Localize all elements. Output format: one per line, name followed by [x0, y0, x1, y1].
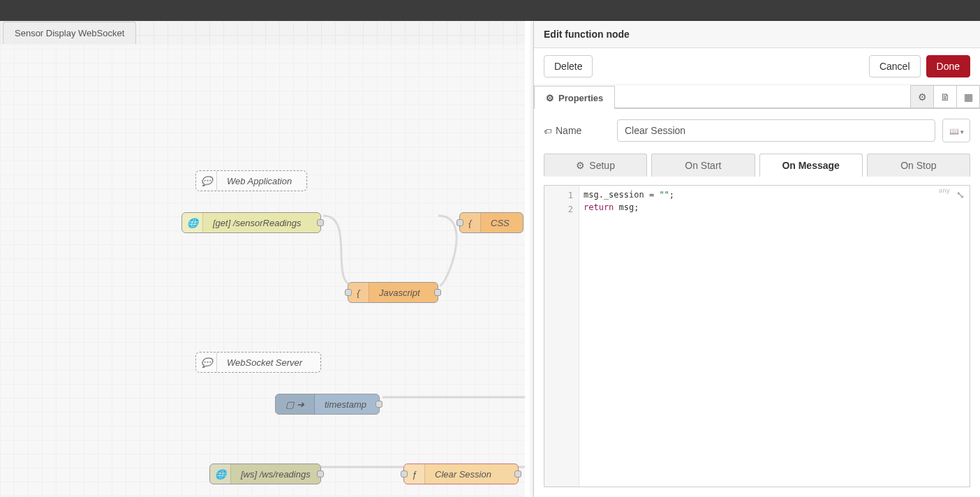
- tab-setup[interactable]: Setup: [544, 154, 647, 177]
- output-port[interactable]: [317, 219, 324, 226]
- node-http-in[interactable]: 🌐 [get] /sensorReadings: [181, 212, 321, 233]
- type-indicator: any: [939, 187, 950, 194]
- expand-editor-button[interactable]: [954, 188, 967, 201]
- node-ws-in[interactable]: 🌐 [ws] /ws/readings: [209, 463, 321, 484]
- edit-panel: Edit function node Delete Cancel Done Pr…: [533, 21, 980, 497]
- tab-on-stop[interactable]: On Stop: [867, 154, 970, 177]
- book-icon: [949, 125, 959, 136]
- input-port[interactable]: [456, 219, 463, 226]
- node-label: Web Application: [217, 176, 302, 186]
- name-label: Name: [544, 125, 610, 136]
- appearance-icon-button[interactable]: [956, 85, 980, 108]
- node-css[interactable]: { CSS: [459, 212, 524, 233]
- doc-icon: [940, 91, 950, 103]
- expand-icon: [956, 189, 965, 200]
- line-number: 1: [544, 188, 579, 202]
- tab-on-message[interactable]: On Message: [759, 154, 863, 177]
- input-port[interactable]: [401, 470, 408, 477]
- panel-title: Edit function node: [534, 21, 980, 48]
- tab-label: Setup: [589, 160, 615, 171]
- app-top-bar: [0, 0, 980, 21]
- gear-icon: [546, 93, 554, 103]
- node-label: Clear Session: [425, 469, 501, 480]
- node-label: Javascript: [369, 288, 430, 298]
- delete-button[interactable]: Delete: [544, 55, 593, 77]
- line-gutter: 1 2: [544, 186, 579, 487]
- node-clear-session[interactable]: ƒ Clear Session: [403, 463, 519, 484]
- done-button[interactable]: Done: [926, 55, 970, 77]
- output-port[interactable]: [434, 289, 441, 296]
- tab-on-start[interactable]: On Start: [651, 154, 755, 177]
- cancel-button[interactable]: Cancel: [869, 55, 921, 77]
- tab-label: Properties: [558, 93, 603, 103]
- comment-icon: 💬: [196, 353, 217, 372]
- output-port[interactable]: [317, 470, 324, 477]
- flow-tab[interactable]: Sensor Display WebSocket: [3, 22, 136, 44]
- line-number: 2: [544, 202, 579, 216]
- layout-icon: [964, 91, 973, 103]
- node-label: CSS: [481, 218, 519, 228]
- canvas-dim-overlay: 💬 Web Application 🌐 [get] /sensorReading…: [0, 45, 525, 497]
- gear-icon: [918, 91, 927, 103]
- name-label-text: Name: [556, 125, 581, 136]
- caret-down-icon: [960, 125, 964, 136]
- node-label: WebSocket Server: [217, 357, 312, 368]
- panel-button-row: Delete Cancel Done: [534, 48, 980, 85]
- node-label: [ws] /ws/readings: [231, 469, 320, 480]
- globe-icon: 🌐: [182, 213, 203, 232]
- flow-canvas[interactable]: Sensor Display WebSocket 💬 Web Applicati…: [0, 21, 525, 497]
- description-icon-button[interactable]: [933, 85, 957, 108]
- node-javascript[interactable]: { Javascript: [348, 282, 438, 303]
- name-row: Name: [544, 119, 970, 142]
- settings-icon-button[interactable]: [910, 85, 934, 108]
- properties-body: Name Setup On Start On Message On Stop: [534, 109, 980, 497]
- inject-icon: ▢ ➔: [276, 394, 315, 414]
- panel-tab-strip: Properties: [534, 85, 980, 109]
- gear-icon: [576, 160, 585, 171]
- input-port[interactable]: [345, 289, 352, 296]
- code-content[interactable]: msg._session = ""; return msg;: [579, 186, 970, 487]
- library-button[interactable]: [942, 119, 970, 142]
- globe-icon: 🌐: [210, 464, 231, 484]
- tag-icon: [544, 125, 551, 136]
- function-tabs: Setup On Start On Message On Stop: [544, 154, 970, 177]
- output-port[interactable]: [514, 470, 521, 477]
- tab-properties[interactable]: Properties: [534, 86, 615, 109]
- node-label: [get] /sensorReadings: [203, 218, 311, 228]
- node-websocket-server[interactable]: 💬 WebSocket Server: [195, 352, 321, 373]
- output-port[interactable]: [376, 401, 383, 408]
- comment-icon: 💬: [196, 171, 217, 191]
- node-timestamp[interactable]: ▢ ➔ timestamp: [275, 394, 380, 415]
- node-label: timestamp: [315, 399, 376, 410]
- node-web-application[interactable]: 💬 Web Application: [195, 170, 307, 191]
- name-input[interactable]: [617, 119, 935, 142]
- code-editor[interactable]: 1 2 msg._session = ""; return msg; any: [544, 185, 970, 487]
